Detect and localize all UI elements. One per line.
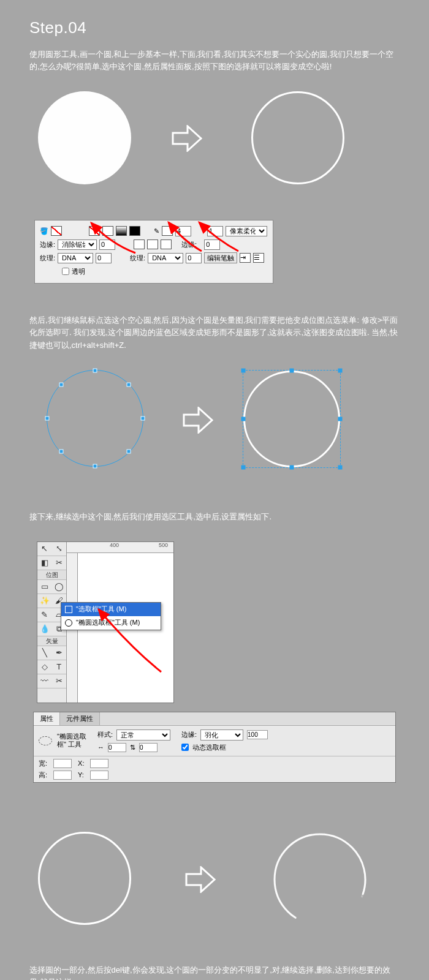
marquee-rect-item[interactable]: "选取框"工具 (M)	[61, 603, 161, 616]
y-input[interactable]	[90, 771, 108, 780]
illustration-row-2	[29, 370, 400, 486]
marquee-oval-icon	[65, 619, 72, 627]
bitmap-circle	[243, 371, 340, 467]
tab-component-properties[interactable]: 元件属性	[60, 712, 100, 725]
edge-label: 边缘:	[40, 240, 55, 249]
side-label: 边缘:	[181, 240, 197, 249]
width-label: 宽:	[39, 759, 47, 768]
vector-circle	[47, 370, 143, 467]
fill-mode-none[interactable]	[89, 226, 100, 236]
cap-square-1[interactable]	[134, 239, 145, 249]
fill-mode-gradient[interactable]	[116, 226, 127, 236]
paragraph-1: 使用圆形工具,画一个圆,和上一步基本一样,下面,我们看,我们其实不想要一个实心的…	[29, 48, 400, 73]
oval-marquee-icon	[39, 736, 52, 745]
lock-icon: ⇅	[130, 744, 135, 752]
fill-bucket-icon: 🪣	[40, 227, 48, 235]
blur-tool-icon[interactable]: 💧	[37, 622, 52, 636]
subselect-tool-icon[interactable]: ⤡	[52, 542, 67, 556]
properties-panel-fill: 🪣 ✎ 像素柔化 边缘: 消除锯齿 边缘:	[34, 220, 273, 284]
constrain-w-input[interactable]	[108, 743, 126, 752]
texture-label-2: 纹理:	[130, 254, 145, 263]
marquee-oval-label: "椭圆选取框"工具 (M)	[76, 618, 140, 627]
scale-tool-icon[interactable]: ◧	[37, 556, 52, 570]
properties-panel-marquee: 属性 元件属性 "椭圆选取框" 工具 样式: 正常 ↔ ⇅	[33, 712, 396, 783]
edge-select[interactable]: 羽化	[200, 729, 243, 741]
transparent-checkbox[interactable]	[62, 268, 69, 275]
pointer-tool-icon[interactable]: ↖	[37, 542, 52, 556]
texture-num[interactable]	[96, 253, 112, 263]
height-label: 高:	[39, 771, 47, 780]
fill-none-swatch[interactable]	[51, 226, 62, 236]
fill-mode-pattern[interactable]	[129, 226, 140, 236]
marquee-tool-icon[interactable]: ▭	[37, 580, 52, 594]
vector-section-label: 矢量	[37, 636, 66, 646]
text-tool-icon[interactable]: T	[52, 660, 67, 674]
hollow-circle-2	[38, 832, 131, 925]
bitmap-bounding-box	[243, 370, 341, 468]
edge-value-input[interactable]	[207, 226, 223, 236]
bitmap-section-label: 位图	[37, 570, 66, 580]
line-tool-icon[interactable]: ╲	[37, 646, 52, 660]
dynamic-marquee-label: 动态选取框	[192, 743, 226, 752]
hollow-circle	[251, 91, 344, 184]
stroke-color-swatch[interactable]	[162, 226, 173, 236]
illustration-row-3	[29, 832, 400, 942]
arrow-icon	[172, 125, 202, 152]
constrain-h-icon: ↔	[97, 744, 104, 751]
knife-tool-icon[interactable]: ✂	[52, 674, 67, 688]
height-input[interactable]	[53, 771, 72, 780]
texture-label: 纹理:	[40, 254, 55, 263]
constrain-h-input[interactable]	[139, 743, 158, 752]
lasso-tool-icon[interactable]: ◯	[52, 580, 67, 594]
stroke-width-input[interactable]	[175, 226, 191, 236]
marquee-rect-label: "选取框"工具 (M)	[76, 605, 126, 614]
texture-num-2[interactable]	[186, 253, 202, 263]
misc-btn-2[interactable]: ☰	[253, 253, 264, 263]
tab-properties[interactable]: 属性	[34, 712, 60, 725]
arrow-icon	[183, 407, 213, 434]
y-label: Y:	[78, 771, 84, 778]
style-select[interactable]: 正常	[116, 729, 170, 741]
arrow-icon	[185, 866, 216, 893]
tools-panel-screenshot: 400 500 ↖⤡ ◧✂ 位图 ▭◯ ✨🖌 ✎▱ 💧⧉ 矢量 ╲✒ ◇T 〰✂…	[37, 541, 174, 703]
misc-btn-1[interactable]: ⇥	[240, 253, 251, 263]
fill-mode-solid[interactable]	[102, 226, 113, 236]
style-label: 样式:	[97, 730, 113, 739]
side-num[interactable]	[204, 239, 220, 250]
wand-tool-icon[interactable]: ✨	[37, 594, 52, 608]
cap-square-3[interactable]	[161, 239, 172, 249]
x-label: X:	[78, 760, 84, 767]
antialias-num[interactable]	[99, 239, 115, 250]
ruler-top: 400 500	[67, 542, 173, 553]
width-input[interactable]	[53, 759, 72, 768]
transparent-label: 透明	[72, 267, 85, 276]
pen-tool-icon[interactable]: ✒	[52, 646, 67, 660]
svg-point-0	[268, 828, 371, 931]
paragraph-3: 接下来,继续选中这个圆,然后我们使用选区工具,选中后,设置属性如下.	[29, 511, 400, 523]
marquee-oval-item[interactable]: "椭圆选取框"工具 (M)	[61, 616, 161, 630]
antialias-select[interactable]: 消除锯齿	[58, 239, 97, 250]
edge-label-2: 边缘:	[181, 730, 197, 739]
texture-select-2[interactable]: DNA	[148, 253, 183, 263]
tool-name-label: "椭圆选取框" 工具	[57, 733, 86, 748]
illustration-row-1	[29, 91, 400, 202]
crop-tool-icon[interactable]: ✂	[52, 556, 67, 570]
cap-square-2[interactable]	[147, 239, 158, 249]
edge-mode-select[interactable]: 像素柔化	[226, 226, 267, 236]
pencil-icon: ✎	[154, 227, 159, 235]
pencil-tool-icon[interactable]: ✎	[37, 608, 52, 622]
marquee-flyout: "选取框"工具 (M) "椭圆选取框"工具 (M)	[61, 602, 161, 630]
solid-circle	[38, 91, 131, 184]
dynamic-marquee-checkbox[interactable]	[181, 744, 189, 751]
texture-select[interactable]: DNA	[58, 253, 93, 263]
marquee-rect-icon	[65, 606, 72, 613]
step-title: Step.04	[29, 18, 400, 37]
x-input[interactable]	[90, 759, 108, 768]
paragraph-4: 选择圆的一部分,然后按del键,你会发现,这个圆的一部分变的不明显了,对,继续选…	[29, 964, 400, 980]
paragraph-2: 然后,我们继续鼠标点选这个空心圆,然后,因为这个圆是矢量图,我们需要把他变成位图…	[29, 314, 400, 351]
edit-stroke-button[interactable]: 编辑笔触	[204, 252, 237, 263]
feathered-circle	[268, 828, 371, 931]
feather-amount-input[interactable]	[247, 730, 268, 739]
freeform-tool-icon[interactable]: 〰	[37, 674, 52, 688]
shape-tool-icon[interactable]: ◇	[37, 660, 52, 674]
